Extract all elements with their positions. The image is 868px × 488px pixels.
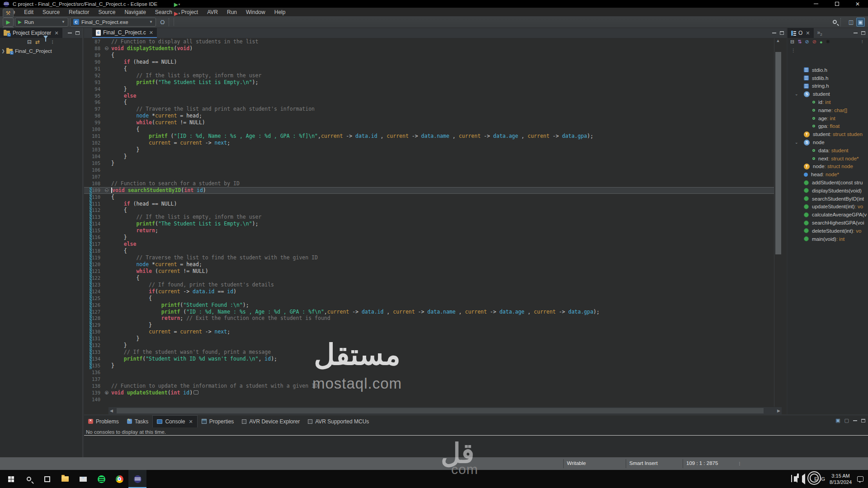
tab-project-explorer[interactable]: Project Explorer ✕ xyxy=(0,28,62,38)
hide-static-icon[interactable]: ⊘ xyxy=(812,39,816,45)
tab-avr-supported-mcus[interactable]: AVR Supported MCUs xyxy=(304,415,373,427)
outline-item-node[interactable]: ⌄Snode xyxy=(788,138,868,146)
menu-source[interactable]: Source xyxy=(38,8,64,16)
collapse-arrow-icon[interactable]: ⌄ xyxy=(795,92,798,96)
outline-item-stdio-h[interactable]: stdio.h xyxy=(788,66,868,74)
hide-fields-icon[interactable]: ⊘ xyxy=(805,39,809,45)
outline-item-updatestudent-int-[interactable]: updateStudent(int) : vo xyxy=(788,203,868,211)
fold-collapse-icon[interactable]: − xyxy=(105,47,108,50)
maximize-panel-icon[interactable] xyxy=(861,419,865,422)
more-views-chevron[interactable]: »2 xyxy=(814,28,826,38)
fold-expand-icon[interactable]: + xyxy=(105,391,108,394)
tab-tasks[interactable]: Tasks xyxy=(123,415,153,427)
collapse-all-icon[interactable]: ⊟ xyxy=(27,39,32,45)
action-center-icon[interactable] xyxy=(857,476,863,482)
hidden-icons-chevron[interactable] xyxy=(791,476,792,482)
outline-item-next[interactable]: next : struct node* xyxy=(788,155,868,163)
menu-run[interactable]: Run xyxy=(222,8,241,16)
outline-item-head[interactable]: head : node* xyxy=(788,170,868,178)
close-icon[interactable]: ✕ xyxy=(54,30,58,36)
tab-avr-device-explorer[interactable]: AVR Device Explorer xyxy=(238,415,304,427)
outline-item-name[interactable]: name : char[] xyxy=(788,106,868,114)
outline-item-main-void-[interactable]: main(void) : int xyxy=(788,235,868,243)
menu-help[interactable]: Help xyxy=(270,8,290,16)
fold-collapse-icon[interactable]: − xyxy=(105,188,108,192)
expand-arrow-icon[interactable]: ❯ xyxy=(0,49,6,53)
menu-edit[interactable]: Edit xyxy=(19,8,38,16)
taskbar-search-icon[interactable] xyxy=(20,470,38,488)
outline-item-string-h[interactable]: string.h xyxy=(788,82,868,90)
outline-item-displaystudents-void-[interactable]: displayStudents(void) xyxy=(788,187,868,195)
taskbar-explorer-icon[interactable] xyxy=(56,470,74,488)
sort-icon[interactable]: ⇅ xyxy=(797,39,802,45)
menu-window[interactable]: Window xyxy=(241,8,270,16)
outline-item-deletestudent-int-[interactable]: deleteStudent(int) : vo xyxy=(788,227,868,235)
volume-icon[interactable] xyxy=(802,476,805,482)
scroll-left-icon[interactable]: ◀ xyxy=(110,408,113,413)
outline-item-calculateaveragegpa-v[interactable]: calculateAverageGPA(v xyxy=(788,211,868,219)
outline-item-student[interactable]: ⌄Sstudent xyxy=(788,90,868,98)
minimize-panel-icon[interactable] xyxy=(853,420,857,421)
outline-item-searchhighestgpa-voi[interactable]: searchHighestGPA(voi xyxy=(788,219,868,227)
open-console-icon[interactable]: ▣ xyxy=(835,418,840,423)
minimize-panel-icon[interactable] xyxy=(854,33,858,33)
taskbar-mail-icon[interactable] xyxy=(74,470,92,488)
scroll-up-icon[interactable]: ▲ xyxy=(774,38,782,43)
outline-item-addstudent-const-stru[interactable]: addStudent(const stru xyxy=(788,178,868,187)
taskbar-start-icon[interactable] xyxy=(2,470,20,488)
run-config-icon[interactable]: ▶▾ xyxy=(173,0,181,9)
outline-item-node[interactable]: Tnode : struct node xyxy=(788,163,868,171)
code-viewport[interactable]: 87// Function to display all students in… xyxy=(84,38,774,407)
view-menu-icon[interactable]: ⁝ xyxy=(52,39,53,45)
outline-item-student[interactable]: Tstudent : struct studen xyxy=(788,130,868,138)
outline-item-data[interactable]: data : student xyxy=(788,146,868,155)
clock[interactable]: 3:15 AM 8/13/2024 xyxy=(830,473,852,485)
toolbar-overflow-icon[interactable]: ⋮ xyxy=(791,48,796,53)
outline-item-age[interactable]: age : int xyxy=(788,114,868,122)
status-overflow-icon[interactable]: ⁝ xyxy=(739,460,741,467)
tab-problems[interactable]: Problems xyxy=(84,415,123,427)
run-launch-combo[interactable]: ▶ Run▼ xyxy=(15,18,68,27)
resume-button[interactable]: ▶ xyxy=(3,18,14,27)
close-button[interactable]: ✕ xyxy=(847,0,868,8)
hide-non-public-icon[interactable]: ● xyxy=(820,39,823,45)
outline-item-id[interactable]: id : int xyxy=(788,98,868,106)
menu-avr[interactable]: AVR xyxy=(203,8,222,16)
collapse-arrow-icon[interactable]: ⌄ xyxy=(795,140,798,145)
menu-refactor[interactable]: Refactor xyxy=(64,8,94,16)
tab-outline[interactable]: O ✕ xyxy=(788,28,814,38)
tab-properties[interactable]: Properties xyxy=(198,415,238,427)
taskbar-chrome-icon[interactable] xyxy=(110,470,128,488)
hide-inactive-icon[interactable]: ✱ xyxy=(826,39,830,45)
maximize-editor-icon[interactable] xyxy=(780,31,784,35)
outline-item-stdlib-h[interactable]: stdlib.h xyxy=(788,74,868,82)
search-icon[interactable] xyxy=(833,20,837,24)
launch-settings-gear-icon[interactable]: ⛭ xyxy=(158,18,167,27)
profile-icon[interactable]: ▶▾ xyxy=(173,9,181,18)
taskbar-taskview-icon[interactable] xyxy=(38,470,56,488)
link-with-editor-icon[interactable]: ⇄ xyxy=(35,39,40,45)
tab-console[interactable]: Console✕ xyxy=(152,415,197,427)
open-perspective-icon[interactable]: ◫ xyxy=(847,18,855,27)
taskbar-eclipse-icon[interactable] xyxy=(128,470,146,488)
restore-button[interactable] xyxy=(826,0,847,8)
tab-final-c-project-c[interactable]: c Final_C_Project.c ✕ xyxy=(92,28,157,38)
collapse-all-icon[interactable]: ⊟ xyxy=(790,39,794,45)
view-menu-icon[interactable]: ⁝ xyxy=(862,39,863,45)
editor-vertical-scrollbar[interactable]: ▲ xyxy=(774,38,782,407)
maximize-panel-icon[interactable] xyxy=(75,31,80,35)
editor-horizontal-scrollbar[interactable]: ◀ ▶ xyxy=(108,407,782,414)
minimize-panel-icon[interactable] xyxy=(68,33,72,33)
build-hammer-button[interactable]: ⚒ xyxy=(3,9,14,18)
close-icon[interactable]: ✕ xyxy=(149,30,153,36)
scroll-right-icon[interactable]: ▶ xyxy=(777,408,780,413)
menu-navigate[interactable]: Navigate xyxy=(120,8,150,16)
minimize-button[interactable] xyxy=(806,0,826,8)
outline-item-gpa[interactable]: gpa : float xyxy=(788,122,868,131)
close-icon[interactable]: ✕ xyxy=(806,30,810,36)
outline-item-searchstudentbyid-int[interactable]: searchStudentByID(int xyxy=(788,195,868,203)
taskbar-spotify-icon[interactable] xyxy=(92,470,110,488)
tree-item-project[interactable]: ❯ Final_C_Project xyxy=(0,47,82,55)
minimize-editor-icon[interactable] xyxy=(772,33,776,33)
pin-console-icon[interactable]: ▢ xyxy=(844,418,849,423)
